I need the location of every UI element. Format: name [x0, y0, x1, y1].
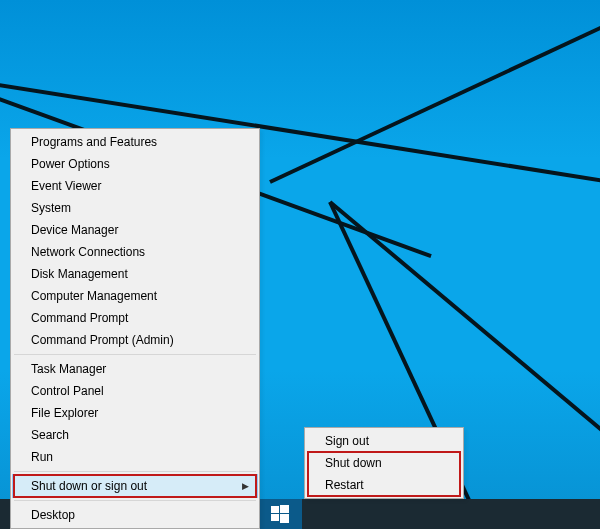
- winx-context-menu[interactable]: Programs and FeaturesPower OptionsEvent …: [10, 128, 260, 529]
- menu-item-label: Command Prompt: [31, 311, 128, 325]
- menu-item-command-prompt[interactable]: Command Prompt: [13, 307, 257, 329]
- menu-item-label: Shut down or sign out: [31, 479, 147, 493]
- menu-item-label: Event Viewer: [31, 179, 101, 193]
- menu-item-task-manager[interactable]: Task Manager: [13, 358, 257, 380]
- menu-item-network-connections[interactable]: Network Connections: [13, 241, 257, 263]
- submenu-arrow-icon: ▶: [241, 475, 249, 497]
- menu-item-power-options[interactable]: Power Options: [13, 153, 257, 175]
- menu-item-desktop[interactable]: Desktop: [13, 504, 257, 526]
- menu-item-label: Network Connections: [31, 245, 145, 259]
- menu-item-label: File Explorer: [31, 406, 98, 420]
- menu-item-system[interactable]: System: [13, 197, 257, 219]
- menu-item-search[interactable]: Search: [13, 424, 257, 446]
- menu-item-label: Device Manager: [31, 223, 118, 237]
- svg-rect-3: [280, 514, 289, 523]
- menu-item-label: Disk Management: [31, 267, 128, 281]
- svg-rect-0: [271, 506, 279, 513]
- menu-item-device-manager[interactable]: Device Manager: [13, 219, 257, 241]
- menu-item-command-prompt-admin[interactable]: Command Prompt (Admin): [13, 329, 257, 351]
- menu-item-file-explorer[interactable]: File Explorer: [13, 402, 257, 424]
- menu-item-computer-management[interactable]: Computer Management: [13, 285, 257, 307]
- menu-item-label: Control Panel: [31, 384, 104, 398]
- submenu-item-restart[interactable]: Restart: [307, 474, 461, 496]
- submenu-item-sign-out[interactable]: Sign out: [307, 430, 461, 452]
- menu-item-label: Computer Management: [31, 289, 157, 303]
- svg-rect-2: [271, 514, 279, 521]
- menu-separator: [14, 500, 256, 501]
- menu-item-programs-and-features[interactable]: Programs and Features: [13, 131, 257, 153]
- shutdown-submenu[interactable]: Sign outShut downRestart: [304, 427, 464, 499]
- wallpaper-line: [329, 200, 600, 434]
- menu-item-label: Power Options: [31, 157, 110, 171]
- svg-rect-1: [280, 505, 289, 513]
- menu-item-run[interactable]: Run: [13, 446, 257, 468]
- wallpaper-line: [269, 3, 600, 184]
- menu-item-shut-down-or-sign-out[interactable]: Shut down or sign out▶: [13, 475, 257, 497]
- menu-item-label: Desktop: [31, 508, 75, 522]
- menu-item-label: Task Manager: [31, 362, 106, 376]
- menu-item-label: Restart: [325, 478, 364, 492]
- menu-item-label: Search: [31, 428, 69, 442]
- menu-item-disk-management[interactable]: Disk Management: [13, 263, 257, 285]
- menu-separator: [14, 354, 256, 355]
- menu-item-label: Programs and Features: [31, 135, 157, 149]
- windows-logo-icon: [271, 505, 289, 523]
- menu-item-control-panel[interactable]: Control Panel: [13, 380, 257, 402]
- menu-item-label: Shut down: [325, 456, 382, 470]
- menu-item-label: Sign out: [325, 434, 369, 448]
- menu-item-label: Command Prompt (Admin): [31, 333, 174, 347]
- menu-separator: [14, 471, 256, 472]
- menu-item-label: System: [31, 201, 71, 215]
- submenu-item-shut-down[interactable]: Shut down: [307, 452, 461, 474]
- menu-item-event-viewer[interactable]: Event Viewer: [13, 175, 257, 197]
- start-button[interactable]: [258, 499, 302, 529]
- desktop-wallpaper: Programs and FeaturesPower OptionsEvent …: [0, 0, 600, 529]
- menu-item-label: Run: [31, 450, 53, 464]
